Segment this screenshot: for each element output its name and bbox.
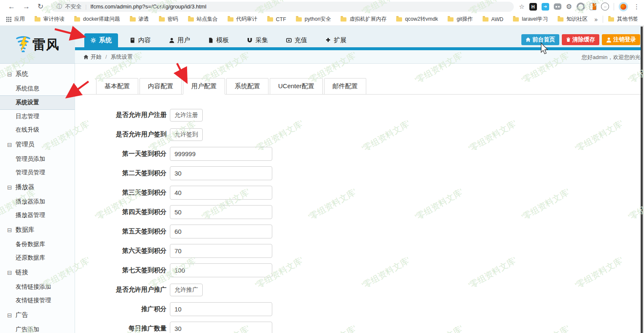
bookmark-item[interactable]: CTF (267, 16, 286, 22)
bookmark-item[interactable]: 站点集合 (188, 16, 218, 23)
sidebar-section-链接[interactable]: ⊟链接 (0, 265, 75, 280)
sidebar-section-播放器[interactable]: ⊟播放器 (0, 179, 75, 195)
forward-icon[interactable]: → (23, 3, 30, 10)
bookmark-item[interactable]: AWD (483, 16, 504, 22)
breadcrumb-current: 系统设置 (111, 53, 133, 61)
h-extension-icon[interactable]: H (529, 3, 537, 11)
sidebar-item-播放器添加[interactable]: 播放器添加 (0, 195, 75, 208)
bookmark-item[interactable]: 应用 (6, 16, 25, 23)
menu-item-内容[interactable]: 内容 (123, 33, 157, 47)
form-input[interactable] (170, 244, 272, 258)
sidebar-item-日志管理[interactable]: 日志管理 (0, 110, 75, 123)
address-bar[interactable]: ⓘ 不安全 | lfcms.com/admin.php?s=/Config/gr… (51, 2, 514, 12)
action-button-前台首页[interactable]: 前台首页 (521, 34, 559, 45)
reload-icon[interactable]: ↻ (38, 3, 43, 10)
app-logo[interactable]: 雷风 (0, 26, 75, 64)
share-extension-icon[interactable]: ➔ (542, 3, 549, 11)
domino-extension-icon[interactable] (554, 3, 561, 10)
tab-内容配置[interactable]: 内容配置 (140, 78, 182, 95)
sidebar-item-友情链接添加[interactable]: 友情链接添加 (0, 280, 75, 294)
home-icon (83, 54, 89, 60)
menu-item-充值[interactable]: 充值 (280, 33, 314, 47)
tab-基本配置[interactable]: 基本配置 (96, 78, 138, 95)
menu-item-模板[interactable]: 模板 (202, 33, 235, 47)
bookmark-item[interactable]: 审计待读 (35, 16, 64, 23)
ring-extension-icon[interactable] (577, 3, 585, 11)
sidebar-section-数据库[interactable]: ⊟数据库 (0, 222, 75, 238)
sidebar-item-系统设置[interactable]: 系统设置 (0, 95, 75, 110)
bookmark-item[interactable]: python安全 (296, 16, 331, 23)
form-input[interactable] (170, 302, 272, 316)
sidebar-item-管理员添加[interactable]: 管理员添加 (0, 152, 75, 166)
bookmark-item[interactable]: 渗透 (130, 16, 149, 23)
other-bookmarks[interactable]: 其他书签 (608, 16, 638, 23)
bookmark-item[interactable]: 密码 (159, 16, 178, 23)
config-tabs: 基本配置内容配置用户配置系统配置UCenter配置邮件配置 (75, 79, 644, 95)
bookmark-item[interactable]: 虚拟机扩展内存 (341, 16, 386, 23)
tab-邮件配置[interactable]: 邮件配置 (324, 78, 366, 95)
sidebar-section-广告[interactable]: ⊟广告 (0, 307, 75, 323)
sidebar-item-系统信息[interactable]: 系统信息 (0, 82, 75, 95)
logo-text: 雷风 (32, 36, 59, 54)
breadcrumb-home[interactable]: 开始 (83, 53, 102, 61)
door-extension-icon[interactable] (590, 3, 596, 10)
form-row: 第五天签到积分 (75, 225, 644, 238)
profile-avatar[interactable] (619, 2, 628, 11)
scrollbar-thumb[interactable] (641, 27, 643, 333)
folder-icon (159, 17, 165, 22)
form-select[interactable]: 允许签到 (170, 128, 203, 141)
form-input[interactable] (170, 147, 272, 161)
form-control-wrap (170, 244, 272, 258)
form-input[interactable] (170, 225, 272, 238)
gear-extension-icon[interactable]: ⚙ (566, 3, 572, 10)
sidebar-item-在线升级[interactable]: 在线升级 (0, 123, 75, 137)
url-text: lfcms.com/admin.php?s=/Config/group/id/3… (91, 3, 207, 10)
sidebar-item-广告添加[interactable]: 广告添加 (0, 323, 75, 333)
tab-系统配置[interactable]: 系统配置 (226, 78, 268, 95)
sidebar-item-备份数据库[interactable]: 备份数据库 (0, 238, 75, 251)
menu-item-采集[interactable]: 采集 (241, 33, 274, 47)
action-button-注销登录[interactable]: 注销登录 (602, 34, 640, 45)
sidebar-section-系统[interactable]: ⊟系统 (0, 66, 75, 82)
proxy-extension-icon[interactable]: ··· (601, 3, 609, 11)
bookmark-item[interactable]: 代码审计 (228, 16, 258, 23)
bookmark-item[interactable]: laravel学习 (513, 16, 548, 23)
folder-icon (296, 17, 302, 22)
bookmark-item[interactable]: qcow2转vmdk (396, 16, 438, 23)
tab-用户配置[interactable]: 用户配置 (183, 78, 225, 95)
collapse-icon: ⊟ (7, 142, 12, 148)
form-select[interactable]: 允许推广 (170, 284, 203, 296)
menu-item-用户[interactable]: 用户 (163, 33, 196, 47)
form-label: 第三天签到积分 (75, 189, 166, 197)
sidebar-section-管理员[interactable]: ⊟管理员 (0, 137, 75, 152)
scrollbar[interactable] (641, 26, 644, 333)
form-input[interactable] (170, 205, 272, 219)
tab-UCenter配置[interactable]: UCenter配置 (270, 78, 323, 95)
menu-item-扩展[interactable]: 扩展 (319, 33, 353, 47)
bookmark-item[interactable]: docker搭建问题 (74, 16, 120, 23)
action-button-清除缓存[interactable]: 清除缓存 (562, 34, 599, 45)
form-input[interactable] (170, 263, 272, 277)
user-icon (606, 37, 612, 43)
bookmark-item[interactable]: git操作 (448, 16, 472, 23)
bookmarks-overflow-chevron[interactable]: » (594, 16, 598, 23)
form-input[interactable] (170, 322, 272, 333)
folder-icon (74, 17, 80, 22)
form-input[interactable] (170, 186, 272, 200)
sidebar-item-播放器管理[interactable]: 播放器管理 (0, 208, 75, 222)
menu-item-系统[interactable]: 系统 (84, 33, 118, 47)
info-icon[interactable]: ⓘ (56, 3, 62, 11)
back-icon[interactable]: ← (8, 3, 15, 10)
bookmark-item[interactable]: 知识社区 (558, 16, 588, 23)
sidebar-section-label: 数据库 (16, 226, 35, 234)
sidebar-item-友情链接管理[interactable]: 友情链接管理 (0, 294, 75, 307)
sidebar-section-label: 管理员 (16, 141, 35, 149)
bookmark-star-icon[interactable]: ☆ (519, 3, 524, 11)
action-button-label: 前台首页 (532, 36, 555, 43)
sidebar-item-管理员管理[interactable]: 管理员管理 (0, 166, 75, 179)
form-select[interactable]: 允许注册 (170, 109, 203, 122)
sidebar-item-还原数据库[interactable]: 还原数据库 (0, 251, 75, 265)
browser-menu-icon[interactable]: ⋮ (633, 3, 640, 11)
bookmark-label: 虚拟机扩展内存 (349, 16, 386, 23)
form-input[interactable] (170, 166, 272, 180)
